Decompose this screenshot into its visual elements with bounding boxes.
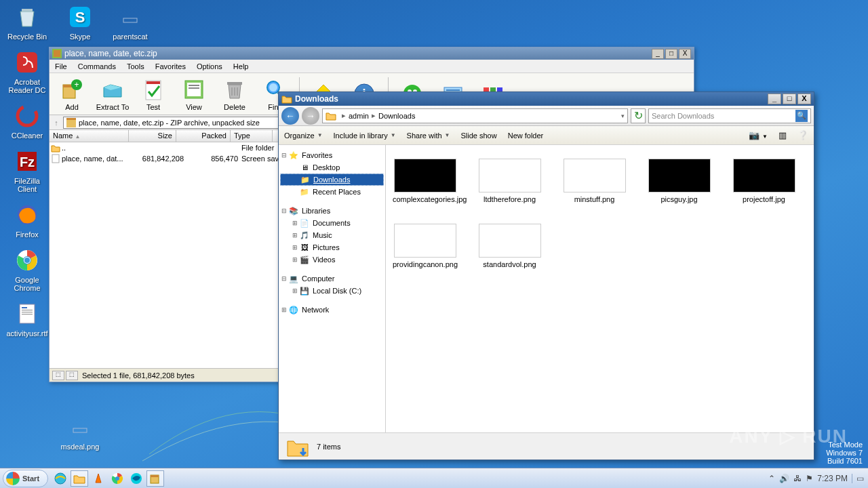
nav-videos[interactable]: ⊞🎬Videos [280,253,384,266]
tray-network-icon[interactable]: 🖧 [793,474,802,483]
desktop-icon-label: FileZilla Client [14,177,40,193]
nav-documents[interactable]: ⊞📄Documents [280,217,384,229]
header-name[interactable]: Name ▲ [50,130,129,142]
explorer-title: Downloads [295,94,338,104]
folder-up-icon [51,143,60,152]
menu-file[interactable]: File [50,62,73,70]
tray-chevron-icon[interactable]: ⌃ [768,474,775,483]
refresh-button[interactable]: ↻ [631,108,646,123]
minimize-button[interactable]: _ [652,49,664,59]
file-thumb[interactable]: picsguy.jpg [647,159,711,203]
start-button[interactable]: Start [3,470,48,487]
menu-help[interactable]: Help [228,62,254,70]
up-button[interactable]: ↑ [50,119,63,127]
windows-orb-icon [6,472,20,485]
desktop-recycle-bin[interactable]: Recycle Bin [5,3,49,41]
nav-recent[interactable]: 📁Recent Places [280,186,384,198]
desktop-firefox[interactable]: Firefox [5,201,49,239]
maximize-button[interactable]: □ [783,94,796,104]
file-thumb[interactable]: standardvol.png [477,224,542,268]
nav-music[interactable]: ⊞🎵Music [280,229,384,241]
nav-favorites[interactable]: ⊟⭐Favorites [280,149,384,161]
menu-commands[interactable]: Commands [73,62,121,70]
tray-volume-icon[interactable]: 🔊 [779,474,789,483]
cmd-include[interactable]: Include in library▼ [334,131,396,140]
cmd-organize[interactable]: Organize▼ [284,131,323,140]
desktop-folder-parentscat[interactable]: parentscat [108,3,152,41]
file-thumb[interactable]: complexcategories.jpg [393,159,457,203]
desktop-acrobat[interactable]: Acrobat Reader DC [5,49,49,94]
menu-tools[interactable]: Tools [121,62,150,70]
task-ie[interactable] [52,470,69,487]
back-button[interactable]: ← [281,107,299,125]
tool-delete[interactable]: Delete [215,77,254,111]
tool-extract[interactable]: Extract To [93,77,132,111]
task-chrome[interactable] [108,470,126,487]
tray-clock[interactable]: 7:23 PM [817,474,848,483]
desktop-png-file[interactable]: msdeal.png [58,413,102,451]
search-icon[interactable]: 🔍 [795,110,808,122]
maximize-button[interactable]: □ [665,49,677,59]
file-thumb[interactable]: ltdtherefore.png [477,159,542,203]
menu-favorites[interactable]: Favorites [150,62,191,70]
search-placeholder: Search Downloads [652,112,714,120]
desktop-icon-label: Skype [70,33,91,41]
files-pane[interactable]: complexcategories.jpg ltdtherefore.png m… [386,145,814,432]
desktop-chrome[interactable]: Google Chrome [5,247,49,292]
header-type[interactable]: Type [231,130,273,142]
menu-options[interactable]: Options [191,62,228,70]
tool-test[interactable]: Test [134,77,173,111]
file-name: picsguy.jpg [660,195,697,203]
task-explorer[interactable] [71,470,88,487]
nav-localdisk[interactable]: ⊞💾Local Disk (C:) [280,285,384,297]
close-button[interactable]: X [679,49,691,59]
task-edge[interactable] [127,470,145,487]
task-winrar[interactable] [146,470,164,487]
minimize-button[interactable]: _ [768,94,781,104]
file-name: standardvol.png [483,260,536,268]
breadcrumb[interactable]: ▸ admin ▸ Downloads ▾ [322,108,628,123]
status-icon[interactable]: ⬚ [52,371,64,380]
status-icon[interactable]: ⬚ [66,371,78,380]
nav-network[interactable]: ⊞🌐Network [280,304,384,316]
tray-show-desktop[interactable]: ▭ [852,474,864,483]
path-text: place, name, date, etc.zip - ZIP archive… [79,119,260,127]
file-thumb[interactable]: projectoff.jpg [732,159,796,203]
crumb[interactable]: Downloads [378,112,415,120]
task-vlc[interactable] [90,470,107,487]
computer-icon: 💻 [288,273,299,284]
explorer-navrow: ← → ▸ admin ▸ Downloads ▾ ↻ Search Downl… [279,106,814,126]
explorer-titlebar[interactable]: Downloads _ □ X [279,92,814,106]
nav-pictures[interactable]: ⊞🖼Pictures [280,241,384,253]
help-button[interactable]: ❔ [797,130,808,140]
desktop-skype[interactable]: SSkype [58,3,102,41]
nav-downloads[interactable]: 📁Downloads [280,174,384,186]
desktop-icon-label: Recycle Bin [7,33,47,41]
nav-desktop[interactable]: 🖥Desktop [280,161,384,174]
forward-button[interactable]: → [302,107,319,125]
tray-flag-icon[interactable]: ⚑ [806,474,813,483]
desktop-rtf-file[interactable]: activityusr.rtf [5,300,49,338]
file-thumb[interactable]: minstuff.png [562,159,627,203]
header-size[interactable]: Size [129,130,176,142]
tool-view[interactable]: View [174,77,214,111]
nav-libraries[interactable]: ⊟📚Libraries [280,205,384,217]
search-input[interactable]: Search Downloads 🔍 [648,108,811,123]
cmd-slideshow[interactable]: Slide show [460,131,496,140]
crumb[interactable]: admin [349,112,369,120]
svg-point-9 [24,258,30,263]
close-button[interactable]: X [797,94,811,104]
nav-computer[interactable]: ⊟💻Computer [280,272,384,285]
winrar-titlebar[interactable]: place, name, date, etc.zip _ □ X [50,47,694,60]
header-packed[interactable]: Packed [176,130,231,142]
desktop-ccleaner[interactable]: CCleaner [5,102,49,140]
tool-add[interactable]: +Add [52,77,92,111]
windows-watermark: Test Mode Windows 7 Build 7601 [826,441,863,465]
file-thumb[interactable]: providingcanon.png [393,224,457,268]
view-button[interactable]: 📷 ▼ [749,130,768,140]
preview-button[interactable]: ▥ [778,130,787,140]
winrar-icon [52,49,62,58]
desktop-filezilla[interactable]: FzFileZilla Client [5,148,49,193]
cmd-share[interactable]: Share with▼ [407,131,450,140]
cmd-newfolder[interactable]: New folder [508,131,544,140]
